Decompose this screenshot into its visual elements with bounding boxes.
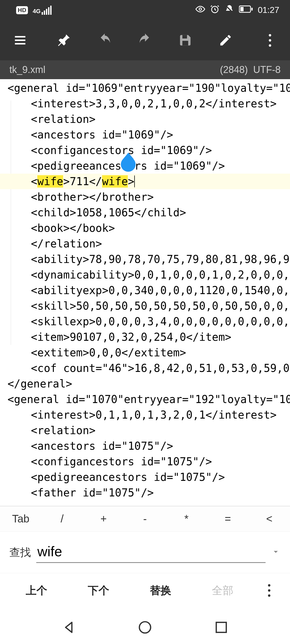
lessthan-key[interactable]: < xyxy=(249,513,290,525)
code-line[interactable]: <extitem>0,0,0</extitem> xyxy=(0,345,290,360)
code-line[interactable]: <relation> xyxy=(0,111,290,127)
toolbar xyxy=(0,20,290,60)
redo-button[interactable] xyxy=(137,32,153,48)
menu-button[interactable] xyxy=(12,32,28,48)
code-line[interactable]: <ancestors id="1075"/> xyxy=(0,438,290,454)
code-line[interactable]: <interest>0,1,1,0,1,3,2,0,1</interest> xyxy=(0,407,290,423)
svg-rect-11 xyxy=(216,622,226,632)
search-actions: 上个 下个 替换 全部 xyxy=(0,573,290,608)
svg-point-0 xyxy=(199,8,201,10)
clock-text: 01:27 xyxy=(258,5,279,15)
recents-button[interactable] xyxy=(214,620,229,636)
code-line[interactable]: <general id="1069"entryyear="190"loyalty… xyxy=(0,80,290,96)
code-line[interactable]: <book></book> xyxy=(0,220,290,236)
symbol-toolbar: Tab / + - * = < xyxy=(0,506,290,531)
code-line[interactable]: <ancestors id="1069"/> xyxy=(0,127,290,142)
code-line[interactable]: <general id="1070"entryyear="192"loyalty… xyxy=(0,391,290,407)
code-editor[interactable]: <general id="1069"entryyear="190"loyalty… xyxy=(0,79,290,506)
next-button[interactable]: 下个 xyxy=(67,583,129,598)
svg-rect-4 xyxy=(251,8,253,10)
mute-icon xyxy=(224,4,234,16)
search-input[interactable] xyxy=(36,542,266,563)
back-button[interactable] xyxy=(61,620,76,636)
equals-key[interactable]: = xyxy=(207,513,248,525)
star-key[interactable]: * xyxy=(166,513,207,525)
slash-key[interactable]: / xyxy=(41,513,83,525)
code-line[interactable]: <abilityexp>0,0,340,0,0,0,1120,0,1540,0,… xyxy=(0,283,290,298)
edit-button[interactable] xyxy=(218,32,234,48)
code-line[interactable]: <brother></brother> xyxy=(0,189,290,205)
code-line[interactable]: </relation> xyxy=(0,236,290,251)
search-overflow-button[interactable] xyxy=(253,584,285,597)
replace-all-button[interactable]: 全部 xyxy=(191,583,253,598)
code-line[interactable]: <father id="1075"/> xyxy=(0,485,290,500)
save-button[interactable] xyxy=(177,32,193,48)
network-indicator: 4G xyxy=(33,6,52,15)
dropdown-icon[interactable] xyxy=(271,547,281,558)
minus-key[interactable]: - xyxy=(124,513,166,525)
status-bar: HD 4G 01:27 xyxy=(0,0,290,20)
code-line[interactable]: <item>90107,0,32,0,254,0</item> xyxy=(0,329,290,345)
code-line[interactable]: <ability>78,90,78,70,75,79,80,81,98,96,9… xyxy=(0,251,290,267)
svg-point-10 xyxy=(139,622,151,633)
alarm-icon xyxy=(210,4,220,16)
code-line[interactable]: <pedigreeancestors id="1069"/> xyxy=(0,158,290,174)
code-line-highlighted[interactable]: <wife>711</wife> xyxy=(0,174,290,189)
code-line[interactable]: <child>1058,1065</child> xyxy=(0,205,290,220)
svg-rect-3 xyxy=(240,7,244,11)
home-button[interactable] xyxy=(137,620,153,636)
hd-badge: HD xyxy=(16,6,28,14)
search-match: wife xyxy=(102,175,128,188)
code-line[interactable]: <interest>3,3,0,0,2,1,0,0,2</interest> xyxy=(0,96,290,111)
svg-rect-8 xyxy=(182,35,187,39)
plus-key[interactable]: + xyxy=(83,513,124,525)
code-line[interactable]: </general> xyxy=(0,376,290,391)
undo-button[interactable] xyxy=(97,32,113,48)
code-line[interactable]: <cof count="46">16,8,42,0,51,0,53,0,59,0… xyxy=(0,360,290,376)
search-match: wife xyxy=(37,175,63,188)
code-line[interactable]: <configancestors id="1075"/> xyxy=(0,454,290,469)
pin-button[interactable] xyxy=(56,32,73,48)
overflow-button[interactable] xyxy=(262,32,278,48)
system-nav-bar xyxy=(0,608,290,644)
svg-rect-9 xyxy=(182,41,188,45)
code-line[interactable]: <relation> xyxy=(0,423,290,438)
search-bar: 查找 xyxy=(0,531,290,573)
code-line[interactable]: <configancestors id="1069"/> xyxy=(0,142,290,158)
battery-icon xyxy=(239,5,253,15)
code-line[interactable]: <pedigreeancestors id="1075"/> xyxy=(0,469,290,485)
tab-key[interactable]: Tab xyxy=(0,513,41,525)
replace-button[interactable]: 替换 xyxy=(129,583,191,598)
text-cursor xyxy=(134,175,135,187)
code-line[interactable]: <skillexp>0,0,0,0,3,4,0,0,0,0,0,0,0,0,0,… xyxy=(0,314,290,329)
cursor-handle[interactable] xyxy=(121,157,136,172)
search-label: 查找 xyxy=(9,545,31,560)
encoding-label: UTF-8 xyxy=(253,64,281,75)
code-line[interactable]: <skill>50,50,50,50,50,50,50,0,50,50,0,0,… xyxy=(0,298,290,314)
code-line[interactable]: <dynamicability>0,0,1,0,0,0,1,0,2,0,0,0,… xyxy=(0,267,290,283)
prev-button[interactable]: 上个 xyxy=(5,583,67,598)
file-info-bar: tk_9.xml (2848) UTF-8 xyxy=(0,60,290,79)
eye-icon xyxy=(195,4,205,16)
line-count: (2848) xyxy=(220,64,248,75)
filename-label: tk_9.xml xyxy=(9,64,45,75)
